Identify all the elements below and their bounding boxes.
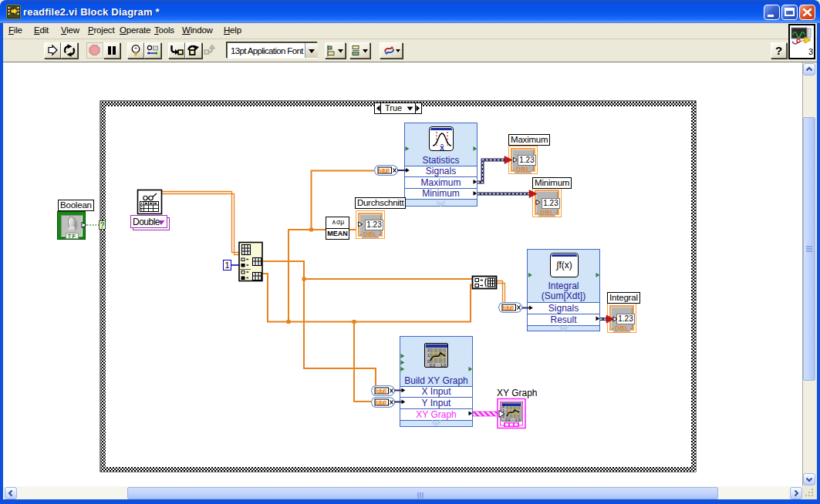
svg-text:x̄: x̄ (440, 143, 444, 152)
svg-text:1.0: 1.0 (440, 363, 446, 368)
svg-text:3: 3 (808, 47, 813, 56)
svg-text:0.0: 0.0 (430, 363, 435, 368)
svg-text:2: 2 (427, 348, 430, 352)
svg-text:1: 1 (427, 353, 430, 358)
